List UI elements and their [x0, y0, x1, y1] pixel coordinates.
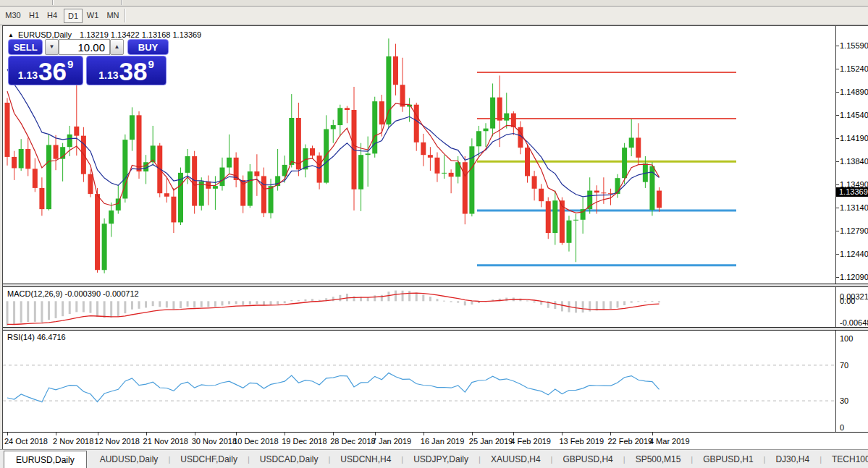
sell-button[interactable]: SELL: [8, 39, 43, 55]
timeframe-button-d1[interactable]: D1: [64, 9, 83, 23]
date-axis-label: 16 Jan 2019: [421, 437, 465, 446]
tabs-container: EURUSD,DailyAUDUSD,Daily|USDCHF,Daily|US…: [0, 450, 868, 468]
macd-axis-label: -0.006485: [840, 318, 868, 327]
sell-price-pips: 36: [38, 61, 67, 82]
price-axis-label: 1.12440: [840, 250, 868, 258]
price-axis-border: [835, 26, 836, 284]
sell-price-point: 9: [67, 58, 73, 70]
timeframe-button-mn[interactable]: MN: [104, 9, 122, 22]
chart-symbol-label: EURUSD,Daily: [18, 30, 72, 39]
timeframe-button-h1[interactable]: H1: [26, 9, 42, 22]
price-axis-tick: [835, 254, 839, 255]
timeframe-button-w1[interactable]: W1: [84, 9, 101, 22]
top-toolbar-strip: [0, 0, 868, 7]
date-axis-label: 10 Dec 2018: [233, 437, 278, 446]
buy-price-display[interactable]: 1.13 38 9: [86, 56, 167, 85]
toolbar-separator: [121, 0, 122, 5]
price-axis-label: 1.12090: [840, 273, 868, 281]
rsi-name: RSI(14): [7, 333, 35, 341]
sell-price-base: 1.13: [18, 69, 38, 81]
tab-usdchf-daily[interactable]: USDCHF,Daily: [170, 450, 248, 468]
date-axis-label: 30 Nov 2018: [192, 437, 237, 446]
date-axis-tick: [7, 433, 8, 435]
timeframe-toolbar: M30H1H4D1W1MN: [0, 7, 868, 25]
date-axis-tick: [333, 433, 334, 435]
price-axis-label: 1.14540: [840, 111, 868, 119]
price-axis-tick: [835, 115, 839, 116]
date-axis-tick: [285, 433, 285, 435]
timeframe-button-m30[interactable]: M30: [3, 9, 23, 22]
date-axis[interactable]: 24 Oct 20182 Nov 201812 Nov 201821 Nov 2…: [3, 433, 868, 450]
price-axis-label: 1.14190: [840, 134, 868, 142]
date-axis-tick: [472, 433, 473, 435]
toolbar-separator: [52, 0, 54, 5]
date-axis-tick: [375, 433, 376, 435]
volume-decrease-button[interactable]: ▼: [45, 39, 59, 55]
date-axis-tick: [56, 433, 56, 435]
date-axis-tick: [236, 433, 237, 435]
date-axis-tick: [610, 433, 611, 435]
main-chart-panel[interactable]: ▲ EURUSD,Daily 1.13219 1.13422 1.13168 1…: [3, 26, 868, 284]
tab-audusd-daily[interactable]: AUDUSD,Daily: [90, 450, 169, 468]
macd-name: MACD(12,26,9): [7, 289, 62, 298]
toolbar-separator: [125, 9, 126, 22]
buy-price-point: 9: [148, 58, 153, 70]
tab-tech100-h1[interactable]: TECH100,H1: [822, 450, 868, 468]
price-axis-tick: [835, 161, 839, 162]
tab-xauusd-h4[interactable]: XAUUSD,H4: [481, 450, 551, 468]
date-axis-label: 19 Dec 2018: [282, 437, 326, 446]
tab-gbpusd-h1[interactable]: GBPUSD,H1: [693, 450, 763, 468]
date-axis-label: 7 Jan 2019: [372, 437, 411, 446]
price-axis-label: 1.15590: [840, 41, 868, 50]
tab-usdjpy-daily[interactable]: USDJPY,Daily: [403, 450, 479, 468]
macd-label: MACD(12,26,9) -0.000390 -0.000712: [7, 289, 139, 298]
price-axis-tick: [835, 138, 839, 139]
date-axis-label: 24 Oct 2018: [4, 437, 48, 446]
rsi-chart[interactable]: [3, 331, 835, 432]
rsi-panel[interactable]: RSI(14) 46.4716 10070300: [3, 331, 868, 432]
price-axis-tick: [835, 69, 839, 69]
price-axis-label: 1.14890: [840, 88, 868, 96]
macd-axis-border: [835, 287, 836, 327]
date-axis-tick: [562, 433, 562, 435]
timeframe-button-h4[interactable]: H4: [43, 9, 61, 22]
price-axis-tick: [835, 184, 839, 185]
date-axis-label: 4 Feb 2019: [510, 437, 551, 446]
volume-input[interactable]: [59, 39, 110, 55]
macd-axis-label: 0.00: [840, 297, 855, 305]
tab-gbpusd-h4[interactable]: GBPUSD,H4: [552, 450, 623, 468]
chart-window: ▲ EURUSD,Daily 1.13219 1.13422 1.13168 1…: [2, 25, 868, 450]
tab-sp500-m15[interactable]: SP500,M15: [625, 450, 691, 468]
one-click-trade-widget: SELL ▼ ▲ BUY 1.13 36 9 1.13 38 9: [8, 39, 169, 85]
rsi-axis-label: 70: [840, 361, 848, 370]
date-axis-tick: [146, 433, 147, 435]
price-axis-tick: [835, 92, 839, 93]
tab-eurusd-daily[interactable]: EURUSD,Daily: [4, 451, 87, 468]
date-axis-label: 12 Nov 2018: [95, 437, 140, 446]
chart-ohlc-values: 1.13219 1.13422 1.13168 1.13369: [80, 30, 201, 39]
rsi-axis-border: [835, 331, 836, 432]
price-axis-tick: [835, 46, 839, 46]
current-price-tag: 1.13369: [836, 187, 868, 197]
date-axis-tick: [513, 433, 514, 435]
rsi-value: 46.4716: [37, 333, 66, 341]
price-axis-tick: [835, 277, 839, 278]
price-axis-label: 1.12790: [840, 226, 868, 235]
rsi-axis-label: 100: [840, 334, 853, 343]
price-axis-label: 1.13840: [840, 157, 868, 166]
tab-dj30-h4[interactable]: DJ30,H4: [765, 450, 819, 468]
date-axis-tick: [98, 433, 98, 435]
price-axis-label: 1.15240: [840, 64, 868, 73]
macd-values: -0.000390 -0.000712: [64, 289, 138, 298]
date-axis-label: 13 Feb 2019: [559, 437, 604, 446]
buy-button[interactable]: BUY: [127, 39, 169, 55]
tab-usdcnh-h4[interactable]: USDCNH,H4: [330, 450, 401, 468]
volume-increase-button[interactable]: ▲: [110, 39, 124, 55]
tab-usdcad-daily[interactable]: USDCAD,Daily: [250, 450, 329, 468]
macd-panel[interactable]: MACD(12,26,9) -0.000390 -0.000712 0.0032…: [3, 287, 868, 327]
rsi-label: RSI(14) 46.4716: [7, 333, 66, 341]
date-axis-label: 4 Mar 2019: [649, 437, 690, 446]
price-axis-tick: [835, 208, 839, 208]
sell-price-display[interactable]: 1.13 36 9: [8, 56, 83, 85]
collapse-icon[interactable]: ▲: [8, 32, 14, 38]
